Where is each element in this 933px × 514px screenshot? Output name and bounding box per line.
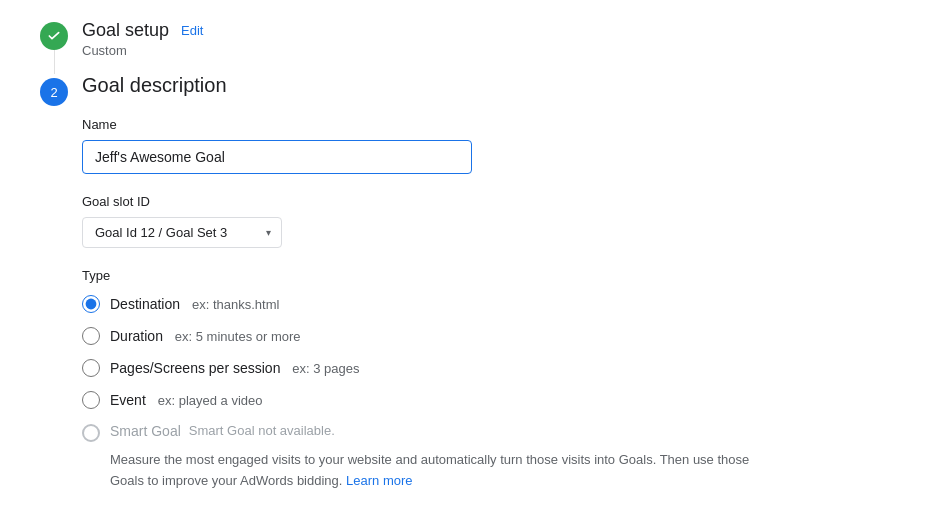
radio-event[interactable] [82,391,100,409]
page-container: Goal setup Edit Custom 2 Goal descriptio… [40,20,893,492]
check-icon [40,22,68,50]
goal-slot-value: Goal Id 12 / Goal Set 3 [95,225,227,240]
section-title: Goal description [82,74,893,97]
name-input[interactable] [82,140,472,174]
radio-option-event[interactable]: Event ex: played a video [82,391,893,409]
goal-setup-title: Goal setup Edit [82,20,203,41]
radio-duration[interactable] [82,327,100,345]
radio-pages-label: Pages/Screens per session ex: 3 pages [100,360,360,376]
duration-text: Duration [110,328,163,344]
chevron-down-icon: ▾ [266,227,271,238]
radio-destination-label: Destination ex: thanks.html [100,296,279,312]
connector-line [54,50,55,74]
destination-example: ex: thanks.html [192,297,279,312]
goal-slot-field-group: Goal slot ID Goal Id 12 / Goal Set 3 ▾ [82,194,893,248]
smart-goal-description-text: Measure the most engaged visits to your … [110,452,749,488]
type-section: Type Destination ex: thanks.html Duratio… [82,268,893,492]
event-text: Event [110,392,146,408]
pages-example: ex: 3 pages [292,361,359,376]
smart-goal-row: Smart Goal Smart Goal not available. [82,423,893,442]
goal-slot-dropdown[interactable]: Goal Id 12 / Goal Set 3 ▾ [82,217,282,248]
goal-description-content: Goal description Name Goal slot ID Goal … [82,74,893,492]
connector-area-2: 2 [40,74,68,492]
radio-option-pages[interactable]: Pages/Screens per session ex: 3 pages [82,359,893,377]
learn-more-link[interactable]: Learn more [346,473,412,488]
duration-example: ex: 5 minutes or more [175,329,301,344]
radio-option-destination[interactable]: Destination ex: thanks.html [82,295,893,313]
goal-setup-subtitle: Custom [82,43,203,58]
smart-goal-not-available: Smart Goal not available. [189,423,335,438]
name-field-group: Name [82,117,893,174]
smart-goal-description: Measure the most engaged visits to your … [110,450,770,492]
radio-event-label: Event ex: played a video [100,392,263,408]
edit-link[interactable]: Edit [181,23,203,38]
radio-option-duration[interactable]: Duration ex: 5 minutes or more [82,327,893,345]
goal-setup-content: Goal setup Edit Custom [82,20,203,74]
goal-setup-row: Goal setup Edit Custom [40,20,893,74]
smart-goal-label: Smart Goal [110,423,181,439]
name-label: Name [82,117,893,132]
goal-description-row: 2 Goal description Name Goal slot ID Goa… [40,74,893,492]
pages-text: Pages/Screens per session [110,360,280,376]
smart-goal-radio-placeholder [82,424,100,442]
event-example: ex: played a video [158,393,263,408]
radio-pages[interactable] [82,359,100,377]
connector-area [40,20,68,74]
radio-destination[interactable] [82,295,100,313]
destination-text: Destination [110,296,180,312]
step-number: 2 [40,78,68,106]
goal-setup-heading: Goal setup [82,20,169,41]
goal-slot-label: Goal slot ID [82,194,893,209]
radio-duration-label: Duration ex: 5 minutes or more [100,328,301,344]
type-label: Type [82,268,893,283]
